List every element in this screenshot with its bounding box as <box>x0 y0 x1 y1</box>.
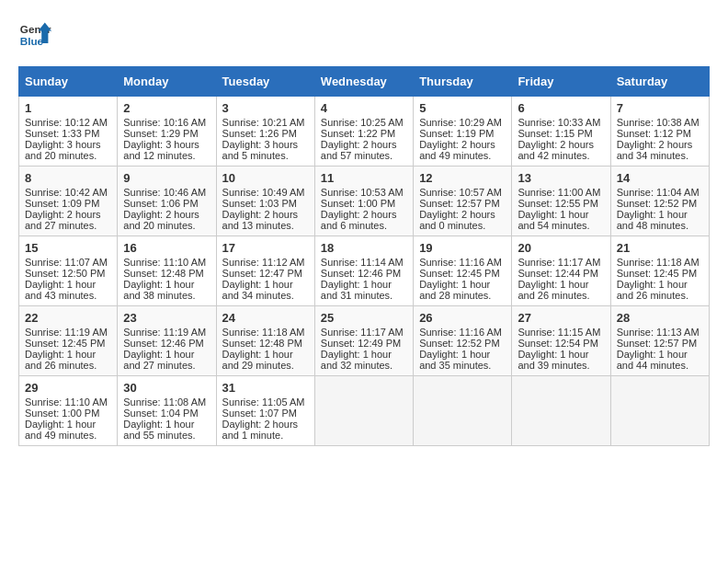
sunrise-text: Sunrise: 10:33 AM <box>518 117 604 128</box>
sunrise-text: Sunrise: 10:42 AM <box>25 187 111 198</box>
calendar-cell <box>314 376 413 446</box>
daylight-text: Daylight: 2 hours and 27 minutes. <box>25 209 111 231</box>
sunrise-text: Sunrise: 11:18 AM <box>222 327 309 338</box>
sunrise-text: Sunrise: 10:16 AM <box>123 117 210 128</box>
sunrise-text: Sunrise: 11:14 AM <box>321 257 407 268</box>
day-number: 19 <box>419 241 506 255</box>
sunrise-text: Sunrise: 11:08 AM <box>123 396 210 408</box>
sunset-text: Sunset: 1:06 PM <box>123 198 210 209</box>
calendar-cell: 22Sunrise: 11:19 AMSunset: 12:45 PMDayli… <box>19 306 118 376</box>
calendar-cell: 28Sunrise: 11:13 AMSunset: 12:57 PMDayli… <box>610 306 709 376</box>
calendar-cell: 11Sunrise: 10:53 AMSunset: 1:00 PMDaylig… <box>314 167 413 236</box>
sunset-text: Sunset: 12:48 PM <box>222 338 309 349</box>
calendar-cell: 2Sunrise: 10:16 AMSunset: 1:29 PMDayligh… <box>118 97 216 167</box>
calendar-header-row: SundayMondayTuesdayWednesdayThursdayFrid… <box>19 67 710 97</box>
header-saturday: Saturday <box>610 67 709 97</box>
daylight-text: Daylight: 2 hours and 57 minutes. <box>321 139 407 161</box>
day-number: 26 <box>419 311 506 325</box>
calendar-cell <box>610 376 709 446</box>
sunrise-text: Sunrise: 10:25 AM <box>321 117 407 128</box>
calendar-cell: 31Sunrise: 11:05 AMSunset: 1:07 PMDaylig… <box>216 376 314 446</box>
calendar-table: SundayMondayTuesdayWednesdayThursdayFrid… <box>18 66 710 446</box>
calendar-cell: 26Sunrise: 11:16 AMSunset: 12:52 PMDayli… <box>414 306 512 376</box>
day-number: 13 <box>518 171 604 185</box>
sunset-text: Sunset: 12:50 PM <box>25 268 111 279</box>
calendar-cell: 18Sunrise: 11:14 AMSunset: 12:46 PMDayli… <box>314 236 413 306</box>
sunset-text: Sunset: 12:45 PM <box>25 338 111 349</box>
sunset-text: Sunset: 1:00 PM <box>25 408 111 419</box>
day-number: 8 <box>25 171 111 185</box>
calendar-week-1: 1Sunrise: 10:12 AMSunset: 1:33 PMDayligh… <box>19 97 710 167</box>
calendar-cell: 15Sunrise: 11:07 AMSunset: 12:50 PMDayli… <box>19 236 118 306</box>
sunrise-text: Sunrise: 11:13 AM <box>617 327 703 338</box>
sunset-text: Sunset: 12:45 PM <box>617 268 703 279</box>
sunset-text: Sunset: 12:48 PM <box>123 268 210 279</box>
calendar-cell: 29Sunrise: 11:10 AMSunset: 1:00 PMDaylig… <box>19 376 118 446</box>
sunset-text: Sunset: 1:19 PM <box>419 128 506 139</box>
sunrise-text: Sunrise: 11:10 AM <box>25 396 111 408</box>
calendar-week-3: 15Sunrise: 11:07 AMSunset: 12:50 PMDayli… <box>19 236 710 306</box>
sunset-text: Sunset: 12:49 PM <box>321 338 407 349</box>
daylight-text: Daylight: 3 hours and 5 minutes. <box>222 139 309 161</box>
sunrise-text: Sunrise: 10:29 AM <box>419 117 506 128</box>
svg-text:Blue: Blue <box>20 35 44 47</box>
sunrise-text: Sunrise: 10:57 AM <box>419 187 506 198</box>
daylight-text: Daylight: 1 hour and 26 minutes. <box>518 279 604 301</box>
daylight-text: Daylight: 3 hours and 20 minutes. <box>25 139 111 161</box>
day-number: 9 <box>123 171 210 185</box>
calendar-cell: 12Sunrise: 10:57 AMSunset: 12:57 PMDayli… <box>414 167 512 236</box>
day-number: 4 <box>321 101 407 115</box>
sunset-text: Sunset: 1:03 PM <box>222 198 309 209</box>
day-number: 1 <box>25 101 111 115</box>
daylight-text: Daylight: 1 hour and 29 minutes. <box>222 349 309 371</box>
daylight-text: Daylight: 1 hour and 38 minutes. <box>123 279 210 301</box>
daylight-text: Daylight: 2 hours and 13 minutes. <box>222 209 309 231</box>
day-number: 31 <box>222 381 309 395</box>
sunset-text: Sunset: 12:45 PM <box>419 268 506 279</box>
calendar-cell: 1Sunrise: 10:12 AMSunset: 1:33 PMDayligh… <box>19 97 118 167</box>
calendar-cell: 6Sunrise: 10:33 AMSunset: 1:15 PMDayligh… <box>512 97 610 167</box>
daylight-text: Daylight: 1 hour and 49 minutes. <box>25 419 111 441</box>
day-number: 7 <box>617 101 703 115</box>
sunset-text: Sunset: 12:47 PM <box>222 268 309 279</box>
calendar-cell: 4Sunrise: 10:25 AMSunset: 1:22 PMDayligh… <box>314 97 413 167</box>
calendar-cell: 5Sunrise: 10:29 AMSunset: 1:19 PMDayligh… <box>414 97 512 167</box>
sunrise-text: Sunrise: 11:16 AM <box>419 327 506 338</box>
daylight-text: Daylight: 1 hour and 44 minutes. <box>617 349 703 371</box>
calendar-cell: 14Sunrise: 11:04 AMSunset: 12:52 PMDayli… <box>610 167 709 236</box>
logo: General Blue <box>18 18 51 52</box>
day-number: 17 <box>222 241 309 255</box>
day-number: 23 <box>123 311 210 325</box>
sunrise-text: Sunrise: 10:21 AM <box>222 117 309 128</box>
calendar-cell: 23Sunrise: 11:19 AMSunset: 12:46 PMDayli… <box>118 306 216 376</box>
daylight-text: Daylight: 1 hour and 32 minutes. <box>321 349 407 371</box>
sunset-text: Sunset: 12:46 PM <box>123 338 210 349</box>
sunrise-text: Sunrise: 11:19 AM <box>25 327 111 338</box>
daylight-text: Daylight: 2 hours and 1 minute. <box>222 419 309 441</box>
header-friday: Friday <box>512 67 610 97</box>
sunset-text: Sunset: 12:57 PM <box>419 198 506 209</box>
day-number: 24 <box>222 311 309 325</box>
sunset-text: Sunset: 12:52 PM <box>617 198 703 209</box>
header-thursday: Thursday <box>414 67 512 97</box>
calendar-cell: 17Sunrise: 11:12 AMSunset: 12:47 PMDayli… <box>216 236 314 306</box>
calendar-week-4: 22Sunrise: 11:19 AMSunset: 12:45 PMDayli… <box>19 306 710 376</box>
sunrise-text: Sunrise: 10:46 AM <box>123 187 210 198</box>
sunset-text: Sunset: 12:57 PM <box>617 338 703 349</box>
sunset-text: Sunset: 1:07 PM <box>222 408 309 419</box>
day-number: 10 <box>222 171 309 185</box>
sunset-text: Sunset: 1:29 PM <box>123 128 210 139</box>
calendar-cell: 10Sunrise: 10:49 AMSunset: 1:03 PMDaylig… <box>216 167 314 236</box>
sunset-text: Sunset: 1:00 PM <box>321 198 407 209</box>
day-number: 6 <box>518 101 604 115</box>
daylight-text: Daylight: 2 hours and 42 minutes. <box>518 139 604 161</box>
sunrise-text: Sunrise: 10:12 AM <box>25 117 111 128</box>
sunset-text: Sunset: 1:09 PM <box>25 198 111 209</box>
day-number: 28 <box>617 311 703 325</box>
day-number: 2 <box>123 101 210 115</box>
day-number: 27 <box>518 311 604 325</box>
logo-icon: General Blue <box>18 18 51 52</box>
sunrise-text: Sunrise: 11:16 AM <box>419 257 506 268</box>
day-number: 18 <box>321 241 407 255</box>
sunset-text: Sunset: 1:33 PM <box>25 128 111 139</box>
